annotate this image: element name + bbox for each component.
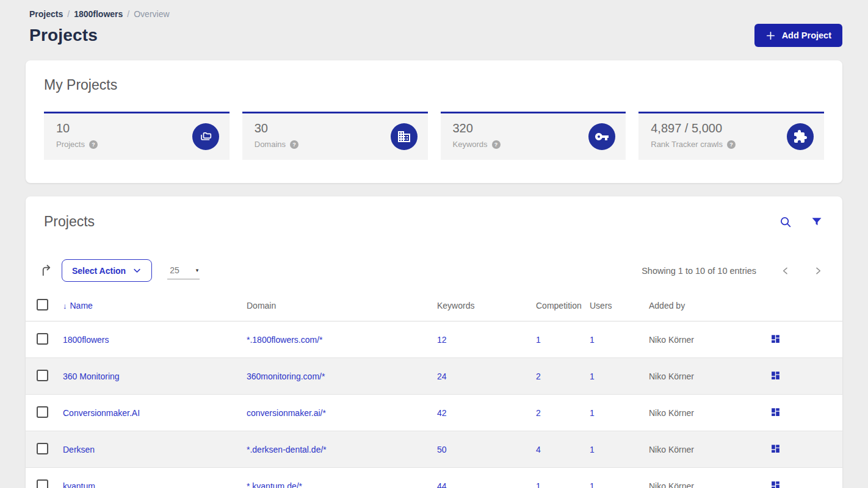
add-project-label: Add Project [782,30,831,40]
table-row[interactable]: kvantum *.kvantum.de/* 44 1 1 Niko Körne… [26,468,842,488]
added-by-value: Niko Körner [649,431,757,468]
dashboard-icon[interactable] [757,443,781,454]
stat-keywords-label: Keywords [453,140,488,149]
stat-projects: 10 Projects ? [44,112,230,160]
project-name-link[interactable]: Derksen [63,445,95,454]
added-by-value: Niko Körner [649,468,757,488]
breadcrumb-separator: / [67,9,70,19]
users-value: 1 [590,395,649,431]
search-icon[interactable] [779,215,792,229]
help-icon[interactable]: ? [290,140,298,149]
select-all-checkbox[interactable] [37,299,48,310]
page-size-select[interactable]: 25 ▾ [167,262,200,279]
chevron-left-icon[interactable] [779,265,792,277]
project-name-link[interactable]: 1800flowers [63,335,109,345]
select-action-button[interactable]: Select Action [62,259,152,282]
select-action-label: Select Action [72,266,126,276]
puzzle-icon [787,123,814,150]
page-title: Projects [29,26,98,45]
breadcrumb-project-name[interactable]: 1800flowers [74,9,123,19]
filter-icon[interactable] [811,216,823,228]
project-domain-link[interactable]: *.kvantum.de/* [247,481,302,488]
dashboard-icon[interactable] [757,407,781,417]
competition-value: 4 [536,431,590,468]
keywords-value: 44 [437,468,536,488]
my-projects-title: My Projects [44,77,824,93]
page-size-value: 25 [170,265,179,275]
table-row[interactable]: 360 Monitoring 360monitoring.com/* 24 2 … [26,358,842,395]
table-row[interactable]: Conversionmaker.AI conversionmaker.ai/* … [26,395,842,431]
project-name-link[interactable]: Conversionmaker.AI [63,408,140,418]
select-caret-icon: ▾ [196,267,199,273]
column-header-name[interactable]: ↓Name [63,290,247,321]
keywords-value: 12 [437,321,536,358]
projects-table-body: 1800flowers *.1800flowers.com/* 12 1 1 N… [26,321,842,488]
stat-crawls-label: Rank Tracker crawls [651,140,723,149]
added-by-value: Niko Körner [649,395,757,431]
project-domain-link[interactable]: *.1800flowers.com/* [247,335,323,345]
column-header-users[interactable]: Users [590,290,649,321]
plus-icon [765,30,776,41]
users-value: 1 [590,321,649,358]
users-value: 1 [590,468,649,488]
projects-panel: Projects [26,196,842,488]
keywords-value: 50 [437,431,536,468]
column-header-keywords[interactable]: Keywords [437,290,536,321]
users-value: 1 [590,358,649,395]
table-toolbar: Select Action 25 ▾ Showing 1 to 10 of 10… [26,259,842,282]
dashboard-icon[interactable] [757,480,781,488]
stats-row: 10 Projects ? 30 Domains ? [44,112,824,160]
stat-keywords: 320 Keywords ? [441,112,626,160]
help-icon[interactable]: ? [727,140,736,149]
dashboard-icon[interactable] [757,334,781,344]
project-name-link[interactable]: 360 Monitoring [63,371,120,381]
help-icon[interactable]: ? [492,140,501,149]
users-value: 1 [590,431,649,468]
table-row[interactable]: Derksen *.derksen-dental.de/* 50 4 1 Nik… [26,431,842,468]
sort-down-icon: ↓ [63,301,67,310]
table-row[interactable]: 1800flowers *.1800flowers.com/* 12 1 1 N… [26,321,842,358]
added-by-value: Niko Körner [649,321,757,358]
key-icon [588,123,615,150]
building-icon [391,123,418,150]
chevron-right-icon[interactable] [812,265,824,277]
my-projects-card: My Projects 10 Projects ? 30 Doma [26,60,842,183]
column-header-competition[interactable]: Competition [536,290,590,321]
competition-value: 1 [536,468,590,488]
row-checkbox[interactable] [37,479,48,488]
dashboard-icon[interactable] [757,370,781,381]
export-arrow-icon[interactable] [40,264,54,278]
page-header: Projects Add Project [26,24,842,47]
stat-projects-label: Projects [56,140,85,149]
competition-value: 2 [536,395,590,431]
column-header-actions [757,290,842,321]
page: Projects / 1800flowers / Overview Projec… [0,0,868,488]
project-domain-link[interactable]: 360monitoring.com/* [247,371,325,381]
project-domain-link[interactable]: conversionmaker.ai/* [247,408,326,418]
column-header-domain[interactable]: Domain [247,290,437,321]
projects-panel-title: Projects [44,214,95,230]
breadcrumb: Projects / 1800flowers / Overview [26,0,842,19]
row-checkbox[interactable] [37,370,48,381]
breadcrumb-separator: / [127,9,129,19]
breadcrumb-overview: Overview [134,9,169,19]
row-checkbox[interactable] [37,443,48,454]
keywords-value: 24 [437,358,536,395]
project-name-link[interactable]: kvantum [63,481,95,488]
added-by-value: Niko Körner [649,358,757,395]
add-project-button[interactable]: Add Project [754,24,842,47]
projects-folders-icon [192,123,219,150]
breadcrumb-projects[interactable]: Projects [29,9,63,19]
row-checkbox[interactable] [37,406,48,418]
stat-domains: 30 Domains ? [242,112,428,160]
pagination-status: Showing 1 to 10 of 10 entries [642,266,756,276]
keywords-value: 42 [437,395,536,431]
help-icon[interactable]: ? [89,140,98,149]
competition-value: 2 [536,358,590,395]
row-checkbox[interactable] [37,333,48,345]
stat-rank-tracker-crawls: 4,897 / 5,000 Rank Tracker crawls ? [638,112,824,160]
projects-table: ↓Name Domain Keywords Competition Users … [26,290,842,488]
column-header-added-by[interactable]: Added by [649,290,757,321]
chevron-down-icon [132,266,142,275]
project-domain-link[interactable]: *.derksen-dental.de/* [247,445,327,454]
